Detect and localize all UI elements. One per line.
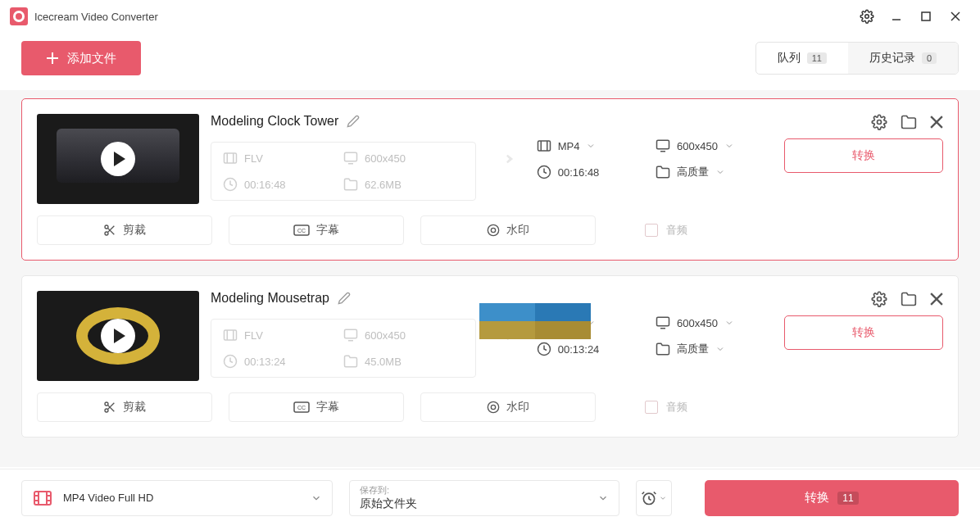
open-folder-button[interactable] <box>901 291 917 307</box>
svg-line-59 <box>642 492 645 494</box>
chevron-down-icon <box>311 492 322 504</box>
watermark-icon <box>487 224 500 237</box>
convert-item-button[interactable]: 转换 <box>784 315 943 350</box>
open-folder-button[interactable] <box>901 114 917 130</box>
save-location-select[interactable]: 保存到: 原始文件夹 <box>349 480 619 516</box>
svg-rect-51 <box>34 492 51 505</box>
add-file-button[interactable]: 添加文件 <box>21 41 141 75</box>
svg-point-41 <box>878 297 882 302</box>
monitor-icon <box>343 328 358 342</box>
output-quality-select[interactable]: 高质量 <box>656 342 760 356</box>
convert-all-button[interactable]: 转换 11 <box>705 480 959 516</box>
settings-button[interactable] <box>852 2 882 31</box>
convert-all-label: 转换 <box>805 490 829 506</box>
svg-point-28 <box>488 224 498 235</box>
chevron-down-icon <box>724 141 734 151</box>
view-tabs: 队列 11 历史记录 0 <box>755 42 959 75</box>
queue-list: Modeling Clock Tower FLV 600x450 00:16:4… <box>0 90 980 467</box>
watermark-icon <box>487 401 500 414</box>
output-duration: 00:16:48 <box>558 166 600 179</box>
save-to-value: 原始文件夹 <box>360 497 609 511</box>
audio-checkbox[interactable] <box>645 224 658 237</box>
svg-rect-29 <box>225 330 237 340</box>
remove-item-button[interactable] <box>930 292 943 306</box>
film-icon <box>32 487 53 509</box>
folder-icon <box>343 354 358 369</box>
output-quality-select[interactable]: 高质量 <box>656 165 760 179</box>
subtitles-button[interactable]: CC字幕 <box>229 215 404 245</box>
chevron-down-icon <box>586 141 596 151</box>
video-thumbnail[interactable] <box>37 291 199 381</box>
source-duration: 00:16:48 <box>244 179 286 191</box>
chevron-down-icon <box>597 492 609 504</box>
item-title: Modeling Mousetrap <box>211 291 329 306</box>
global-format-select[interactable]: MP4 Video Full HD <box>21 480 333 516</box>
output-resolution-select[interactable]: 600x450 <box>656 138 760 153</box>
plus-icon <box>46 52 59 65</box>
tab-queue-count: 11 <box>807 52 827 64</box>
clock-icon <box>537 165 551 179</box>
svg-text:CC: CC <box>297 228 306 234</box>
tab-history[interactable]: 历史记录 0 <box>848 43 958 74</box>
scissors-icon <box>103 401 116 414</box>
add-file-label: 添加文件 <box>67 51 116 66</box>
global-format-label: MP4 Video Full HD <box>63 492 153 504</box>
subtitles-button[interactable]: CC字幕 <box>229 392 404 422</box>
minimize-button[interactable] <box>882 2 911 31</box>
tab-queue[interactable]: 队列 11 <box>756 43 848 74</box>
item-title: Modeling Clock Tower <box>211 114 338 129</box>
source-format: FLV <box>244 329 263 342</box>
watermark-button[interactable]: 水印 <box>420 392 596 422</box>
item-settings-button[interactable] <box>871 114 887 130</box>
output-format-select[interactable]: MP4 <box>537 138 641 153</box>
svg-point-19 <box>878 120 882 125</box>
clock-icon <box>223 354 238 369</box>
scissors-icon <box>103 224 116 237</box>
crop-button[interactable]: 剪裁 <box>37 392 212 422</box>
audio-checkbox[interactable] <box>645 401 658 414</box>
source-resolution: 600x450 <box>365 329 406 342</box>
watermark-button[interactable]: 水印 <box>420 215 596 245</box>
chevron-down-icon <box>659 494 667 502</box>
svg-rect-16 <box>657 140 669 149</box>
output-resolution-select[interactable]: 600x450 <box>656 315 760 330</box>
svg-point-45 <box>105 409 108 412</box>
svg-rect-2 <box>922 12 930 20</box>
folder-icon <box>656 165 670 179</box>
monitor-icon <box>656 315 670 330</box>
chevron-down-icon <box>715 344 725 354</box>
clock-icon <box>537 342 551 356</box>
watermark-preview <box>479 303 591 339</box>
close-window-button[interactable] <box>941 2 970 31</box>
svg-point-50 <box>488 401 498 412</box>
edit-title-button[interactable] <box>347 115 360 128</box>
item-settings-button[interactable] <box>871 291 887 307</box>
audio-label: 音频 <box>666 400 687 415</box>
maximize-button[interactable] <box>911 2 941 31</box>
arrow-icon <box>488 114 525 204</box>
svg-point-23 <box>105 232 108 235</box>
video-thumbnail[interactable] <box>37 114 199 204</box>
source-duration: 00:13:24 <box>244 356 286 368</box>
folder-icon <box>343 177 358 192</box>
film-icon <box>223 151 238 166</box>
scheduler-button[interactable] <box>636 480 672 516</box>
convert-item-button[interactable]: 转换 <box>784 138 943 173</box>
film-icon <box>223 328 238 342</box>
toolbar: 添加文件 队列 11 历史记录 0 <box>0 33 980 90</box>
crop-button[interactable]: 剪裁 <box>37 215 212 245</box>
svg-rect-10 <box>345 152 357 161</box>
svg-rect-32 <box>345 329 357 338</box>
audio-label: 音频 <box>666 223 687 238</box>
monitor-icon <box>343 151 358 166</box>
save-to-label: 保存到: <box>360 484 609 497</box>
edit-title-button[interactable] <box>338 292 351 305</box>
tab-history-label: 历史记录 <box>869 51 915 66</box>
app-logo-icon <box>10 7 28 25</box>
output-format-select[interactable]: MP4 <box>537 315 641 330</box>
queue-item: Modeling Clock Tower FLV 600x450 00:16:4… <box>21 98 959 261</box>
folder-icon <box>656 342 670 356</box>
remove-item-button[interactable] <box>930 116 943 129</box>
tab-queue-label: 队列 <box>778 51 801 66</box>
app-title: Icecream Video Converter <box>34 11 158 23</box>
